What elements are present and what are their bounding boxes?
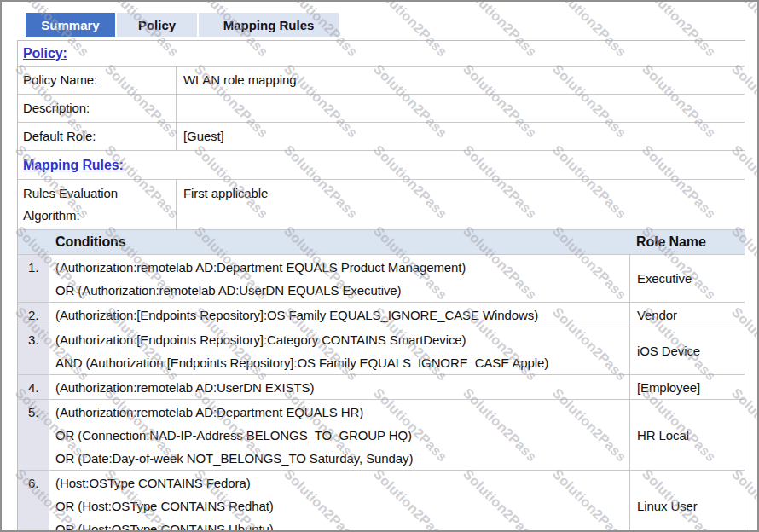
rule-conditions: (Authorization:remotelab AD:UserDN EXIST…: [49, 375, 629, 399]
summary-page: Summary Policy Mapping Rules Policy: Pol…: [0, 0, 759, 532]
rule-number: 1.: [18, 255, 49, 302]
rule-row-3: 3. (Authorization:[Endpoints Repository]…: [18, 327, 745, 375]
policy-summary-table: Policy: Policy Name: WLAN role mapping D…: [17, 40, 745, 532]
watermark-text: Solution2Pass: [2, 304, 3, 384]
rule-number: 6.: [18, 471, 49, 532]
rule-row-2: 2. (Authorization:[Endpoints Repository]…: [18, 303, 745, 327]
default-role-row: Default Role: [Guest]: [18, 123, 745, 151]
policy-heading-row: Policy:: [18, 41, 745, 66]
watermark-text: Solution2Pass: [2, 223, 3, 303]
tab-mapping-rules[interactable]: Mapping Rules: [199, 13, 339, 37]
watermark-text: Solution2Pass: [2, 466, 3, 530]
watermark-text: Solution2Pass: [2, 2, 3, 60]
condition-line: (Authorization:remotelab AD:UserDN EXIST…: [55, 376, 626, 399]
rule-role: iOS Device: [629, 327, 745, 374]
description-label: Description:: [18, 95, 177, 122]
rule-role: Vendor: [629, 303, 745, 327]
policy-name-label: Policy Name:: [18, 66, 177, 94]
condition-line: (Authorization:remotelab AD:Department E…: [55, 256, 626, 279]
tab-summary[interactable]: Summary: [26, 13, 117, 37]
rule-role: [Employee]: [629, 375, 745, 399]
policy-name-value: WLAN role mapping: [177, 66, 745, 94]
mapping-rules-heading-link[interactable]: Mapping Rules:: [23, 158, 124, 173]
watermark-text: Solution2Pass: [2, 142, 3, 222]
condition-line: OR (Connection:NAD-IP-Address BELONGS_TO…: [55, 424, 626, 447]
rules-evaluation-label: Rules Evaluation Algorithm:: [18, 180, 177, 229]
condition-line: OR (Date:Day-of-week NOT_BELONGS_TO Satu…: [55, 447, 626, 470]
condition-line: (Authorization:[Endpoints Repository]:Ca…: [55, 328, 626, 351]
rules-evaluation-value: First applicable: [177, 180, 745, 229]
watermark-text: Solution2Pass: [2, 61, 3, 141]
condition-line: (Authorization:[Endpoints Repository]:OS…: [55, 304, 626, 327]
condition-line: (Authorization:remotelab AD:Department E…: [55, 401, 626, 424]
rule-row-1: 1. (Authorization:remotelab AD:Departmen…: [18, 255, 745, 303]
rule-row-4: 4. (Authorization:remotelab AD:UserDN EX…: [18, 375, 745, 400]
condition-line: OR (Host:OSType CONTAINS Ubuntu): [55, 518, 626, 532]
rules-evaluation-row: Rules Evaluation Algorithm: First applic…: [18, 180, 745, 230]
default-role-label: Default Role:: [18, 123, 177, 150]
rule-number: 4.: [18, 375, 49, 399]
policy-heading-link[interactable]: Policy:: [23, 46, 67, 61]
rule-role: Linux User: [629, 471, 745, 532]
rule-role: HR Local: [629, 400, 745, 470]
rule-conditions: (Authorization:remotelab AD:Department E…: [49, 255, 629, 302]
tab-policy[interactable]: Policy: [117, 13, 199, 37]
rules-table-header: Conditions Role Name: [18, 230, 745, 255]
watermark-text: Solution2Pass: [2, 385, 3, 465]
rule-row-6: 6. (Host:OSType CONTAINS Fedora) OR (Hos…: [18, 471, 745, 532]
role-name-column-header: Role Name: [629, 234, 745, 250]
condition-line: OR (Host:OSType CONTAINS Redhat): [55, 494, 626, 518]
rule-conditions: (Host:OSType CONTAINS Fedora) OR (Host:O…: [49, 471, 629, 532]
conditions-column-header: Conditions: [18, 234, 629, 250]
condition-line: (Host:OSType CONTAINS Fedora): [55, 471, 626, 494]
rule-row-5: 5. (Authorization:remotelab AD:Departmen…: [18, 400, 745, 471]
description-value: [177, 95, 745, 122]
rule-number: 3.: [18, 327, 49, 374]
rule-conditions: (Authorization:remotelab AD:Department E…: [49, 400, 629, 470]
description-row: Description:: [18, 95, 745, 123]
condition-line: AND (Authorization:[Endpoints Repository…: [55, 351, 626, 374]
tab-bar: Summary Policy Mapping Rules: [26, 13, 339, 37]
condition-line: OR (Authorization:remotelab AD:UserDN EQ…: [55, 279, 626, 302]
policy-name-row: Policy Name: WLAN role mapping: [18, 66, 745, 95]
rule-number: 2.: [18, 303, 49, 327]
rule-number: 5.: [18, 400, 49, 470]
default-role-value: [Guest]: [177, 123, 745, 150]
rule-conditions: (Authorization:[Endpoints Repository]:OS…: [49, 303, 629, 327]
rule-conditions: (Authorization:[Endpoints Repository]:Ca…: [49, 327, 629, 374]
rule-role: Executive: [629, 255, 745, 302]
mapping-rules-heading-row: Mapping Rules:: [18, 151, 745, 180]
